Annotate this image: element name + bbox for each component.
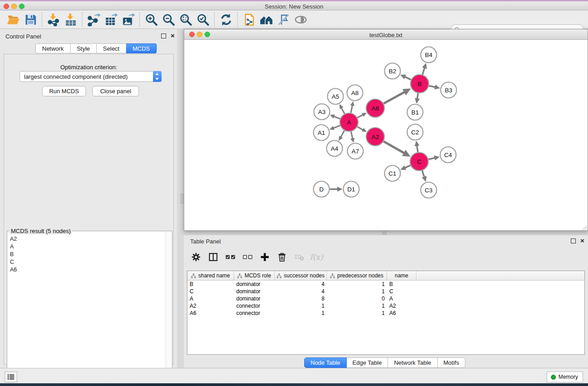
graph-node-A6[interactable]: A6 [366, 99, 384, 117]
graph-node-A2[interactable]: A2 [366, 128, 384, 146]
export-table-icon[interactable] [102, 12, 120, 27]
cell-name[interactable]: B [387, 281, 416, 287]
tab-select[interactable]: Select [97, 43, 126, 53]
table-settings-icon[interactable] [187, 249, 205, 265]
graph-node-A1[interactable]: A1 [314, 125, 330, 141]
table-row-A6[interactable]: A6connector11A6 [187, 310, 584, 317]
cell-name[interactable]: A2 [387, 303, 416, 309]
window-titlebar[interactable]: Session: New Session [0, 1, 588, 10]
export-network-icon[interactable] [85, 12, 102, 27]
cell-mcds_role[interactable]: connector [234, 310, 275, 316]
cell-successor_nodes[interactable]: 1 [275, 303, 327, 309]
result-scrollbar[interactable] [166, 232, 172, 386]
close-table-panel-icon[interactable]: × [580, 238, 584, 243]
import-network-icon[interactable] [45, 12, 62, 27]
create-column-icon[interactable] [256, 249, 273, 265]
edge-C-C4[interactable] [428, 158, 435, 159]
mcds-result-item[interactable]: C [7, 258, 165, 266]
zoom-fit-icon[interactable] [177, 12, 194, 27]
run-mcds-button[interactable]: Run MCDS [42, 86, 86, 96]
cell-shared_name[interactable]: B [187, 281, 234, 287]
cell-predecessor_nodes[interactable]: 1 [327, 310, 387, 316]
cell-predecessor_nodes[interactable]: 1 [327, 303, 387, 309]
graph-node-C4[interactable]: C4 [440, 147, 456, 163]
cell-shared_name[interactable]: A6 [187, 310, 234, 316]
deselect-all-columns-icon[interactable] [239, 249, 256, 265]
column-header-MCDS-role[interactable]: MCDS role [234, 271, 275, 280]
graph-node-A4[interactable]: A4 [327, 141, 343, 157]
graph-node-C1[interactable]: C1 [385, 166, 401, 181]
cell-successor_nodes[interactable]: 4 [275, 281, 327, 287]
edge-A6-B[interactable] [383, 92, 405, 104]
cell-predecessor_nodes[interactable]: 1 [327, 288, 387, 295]
graph-node-D1[interactable]: D1 [344, 181, 359, 197]
toggle-annotations-icon[interactable] [275, 12, 292, 27]
mcds-result-item[interactable]: A [7, 243, 165, 250]
mcds-result-item[interactable]: B [7, 250, 165, 258]
edge-A2-C[interactable] [383, 141, 404, 153]
edge-A-A7[interactable] [351, 132, 352, 139]
export-image-icon[interactable] [120, 12, 137, 27]
cell-name[interactable]: A6 [387, 310, 416, 316]
tab-mcds[interactable]: MCDS [126, 43, 157, 53]
vertical-splitter-handle[interactable] [181, 194, 183, 204]
edge-B-B4[interactable] [422, 68, 425, 75]
graph-node-C3[interactable]: C3 [421, 182, 437, 198]
graph-node-A5[interactable]: A5 [328, 89, 344, 105]
save-session-icon[interactable] [22, 12, 39, 27]
cell-name[interactable]: A [387, 295, 416, 302]
graph-node-B1[interactable]: B1 [407, 105, 423, 120]
column-header-shared-name[interactable]: shared name [187, 271, 234, 280]
clone-network-icon[interactable] [240, 12, 258, 27]
edge-C-C1[interactable] [405, 165, 410, 167]
close-panel-icon[interactable]: × [171, 33, 175, 38]
edge-A-A8[interactable] [351, 105, 352, 113]
edge-B-B2[interactable] [405, 77, 411, 80]
graph-node-B2[interactable]: B2 [385, 63, 401, 79]
zoom-out-icon[interactable] [160, 12, 177, 27]
tab-network[interactable]: Network [35, 43, 71, 53]
home-icon[interactable] [258, 12, 275, 27]
table-row-C[interactable]: Cdominator41C [187, 288, 584, 295]
edge-C-C2[interactable] [417, 146, 418, 152]
table-row-B[interactable]: Bdominator41B [187, 281, 584, 288]
tab-network-table[interactable]: Network Table [388, 357, 437, 368]
graph-node-B[interactable]: B [411, 75, 429, 93]
node-table[interactable]: shared nameMCDS rolesuccessor nodesprede… [187, 271, 585, 355]
mcds-result-item[interactable]: A6 [7, 266, 165, 273]
table-row-A[interactable]: Adominator80A [187, 295, 584, 302]
cell-predecessor_nodes[interactable]: 0 [327, 295, 387, 302]
edge-B-B3[interactable] [429, 86, 435, 87]
graph-node-B4[interactable]: B4 [421, 47, 437, 63]
graph-node-A3[interactable]: A3 [314, 104, 330, 120]
cell-mcds_role[interactable]: connector [234, 303, 275, 309]
graph-node-B3[interactable]: B3 [441, 82, 457, 98]
graph-node-C[interactable]: C [410, 152, 428, 171]
column-header-name[interactable]: name [387, 271, 416, 280]
cell-successor_nodes[interactable]: 4 [275, 288, 327, 295]
close-panel-button[interactable]: Close panel [92, 86, 139, 96]
edge-C-C3[interactable] [422, 171, 425, 177]
edge-A-A4[interactable] [341, 130, 344, 137]
tab-style[interactable]: Style [71, 43, 97, 53]
graph-node-A[interactable]: A [340, 113, 358, 131]
window-resize-grip[interactable] [582, 224, 587, 230]
column-header-successor-nodes[interactable]: successor nodes [275, 271, 327, 280]
graph-node-C2[interactable]: C2 [407, 124, 423, 140]
open-file-icon[interactable] [5, 12, 22, 27]
cell-successor_nodes[interactable]: 1 [275, 310, 327, 316]
column-header-predecessor-nodes[interactable]: predecessor nodes [327, 271, 387, 280]
graph-node-A7[interactable]: A7 [348, 143, 363, 159]
column-layout-icon[interactable] [205, 249, 222, 265]
network-graph-canvas[interactable]: B4B2BB3A8A5A6A3B1AC2A1A2A4A7C4CC1DD1C3 [184, 40, 588, 230]
import-table-icon[interactable] [62, 12, 79, 27]
graph-node-D[interactable]: D [314, 181, 330, 197]
optimization-criterion-select[interactable]: largest connected component (directed) [19, 71, 162, 82]
horizontal-splitter-handle[interactable] [382, 232, 386, 235]
zoom-selected-icon[interactable] [194, 12, 211, 27]
tab-edge-table[interactable]: Edge Table [347, 357, 388, 368]
edge-A-A3[interactable] [334, 116, 340, 119]
cell-shared_name[interactable]: A2 [187, 303, 234, 309]
cell-mcds_role[interactable]: dominator [234, 288, 275, 295]
cell-mcds_role[interactable]: dominator [234, 281, 275, 287]
